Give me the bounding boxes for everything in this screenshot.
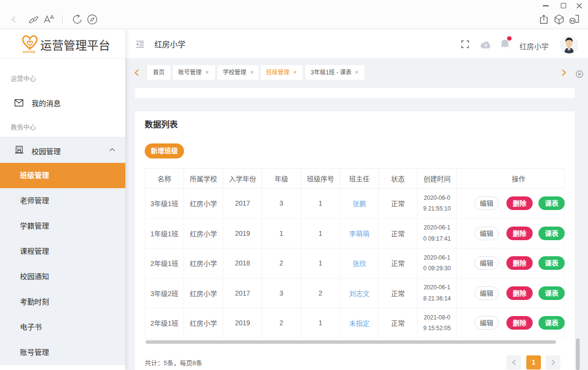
svg-text:InnChip: InnChip — [23, 50, 35, 54]
